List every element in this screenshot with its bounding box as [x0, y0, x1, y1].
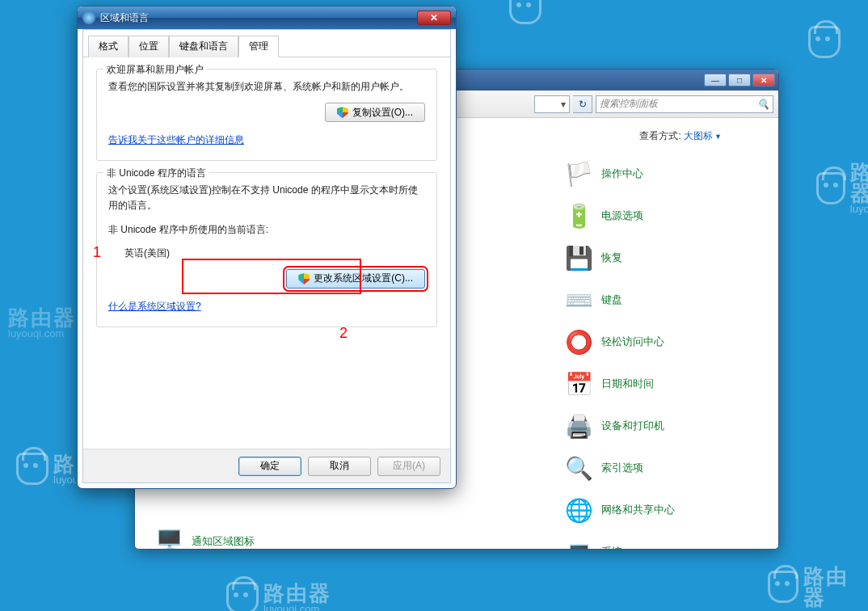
- copy-settings-button[interactable]: 复制设置(O)...: [325, 103, 425, 122]
- items-column-3: 🏳️操作中心 🔋电源选项 💾恢复 ⌨️键盘 ⭕轻松访问中心 📅日期和时间 🖨️设…: [561, 153, 754, 549]
- welcome-screen-group: 欢迎屏幕和新用户帐户 查看您的国际设置并将其复制到欢迎屏幕、系统帐户和新的用户帐…: [96, 69, 437, 161]
- item-recovery[interactable]: 💾恢复: [561, 237, 754, 279]
- globe-icon: [82, 11, 95, 24]
- recovery-icon: 💾: [564, 243, 593, 272]
- dialog-body: 格式 位置 键盘和语言 管理 欢迎屏幕和新用户帐户 查看您的国际设置并将其复制到…: [82, 29, 451, 483]
- what-is-locale-link[interactable]: 什么是系统区域设置?: [108, 301, 201, 312]
- dialog-title: 区域和语言: [100, 11, 417, 25]
- close-button[interactable]: ✕: [752, 74, 775, 86]
- tab-content: 欢迎屏幕和新用户帐户 查看您的国际设置并将其复制到欢迎屏幕、系统帐户和新的用户帐…: [83, 57, 450, 350]
- dialog-close-button[interactable]: ✕: [417, 11, 451, 25]
- keyboard-icon: ⌨️: [564, 285, 593, 314]
- item-keyboard[interactable]: ⌨️键盘: [561, 279, 754, 321]
- ease-icon: ⭕: [564, 327, 593, 356]
- item-network-sharing[interactable]: 🌐网络和共享中心: [561, 489, 754, 531]
- group-title: 非 Unicode 程序的语言: [103, 166, 209, 180]
- region-language-dialog: 区域和语言 ✕ 格式 位置 键盘和语言 管理 欢迎屏幕和新用户帐户 查看您的国际…: [77, 6, 457, 489]
- tab-keyboards-languages[interactable]: 键盘和语言: [169, 36, 238, 57]
- item-system[interactable]: 💻系统: [561, 531, 754, 549]
- flag-icon: 🏳️: [564, 159, 593, 188]
- view-mode-link[interactable]: 大图标▼: [684, 130, 722, 141]
- calendar-icon: 📅: [564, 369, 593, 398]
- tab-location[interactable]: 位置: [129, 36, 169, 57]
- refresh-button[interactable]: ↻: [573, 95, 592, 113]
- item-ease-of-access[interactable]: ⭕轻松访问中心: [561, 321, 754, 363]
- current-language-value: 英语(美国): [108, 246, 425, 261]
- group-description: 这个设置(系统区域设置)控制在不支持 Unicode 的程序中显示文本时所使用的…: [108, 183, 425, 213]
- battery-icon: 🔋: [564, 201, 593, 230]
- dialog-footer: 确定 取消 应用(A): [83, 449, 450, 482]
- ok-button[interactable]: 确定: [238, 457, 301, 476]
- tab-administrative[interactable]: 管理: [238, 36, 279, 57]
- maximize-button[interactable]: □: [728, 74, 751, 86]
- group-title: 欢迎屏幕和新用户帐户: [103, 63, 207, 77]
- shield-icon: [337, 107, 348, 118]
- cancel-button[interactable]: 取消: [308, 457, 371, 476]
- item-action-center[interactable]: 🏳️操作中心: [561, 153, 754, 195]
- non-unicode-group: 非 Unicode 程序的语言 这个设置(系统区域设置)控制在不支持 Unico…: [96, 172, 437, 327]
- view-label: 查看方式:: [639, 130, 680, 141]
- item-devices-printers[interactable]: 🖨️设备和打印机: [561, 405, 754, 447]
- search-icon: 🔍: [757, 99, 769, 110]
- system-icon: 💻: [564, 537, 593, 549]
- dialog-titlebar[interactable]: 区域和语言 ✕: [78, 6, 456, 29]
- items-column-1: 🖥️通知区域图标 📍位置和其他传感器: [151, 520, 337, 549]
- tab-format[interactable]: 格式: [88, 36, 129, 57]
- printer-icon: 🖨️: [564, 411, 593, 440]
- item-indexing[interactable]: 🔍索引选项: [561, 447, 754, 489]
- account-info-link[interactable]: 告诉我关于这些帐户的详细信息: [108, 134, 244, 145]
- tab-bar: 格式 位置 键盘和语言 管理: [83, 30, 450, 57]
- tray-icon: 🖥️: [154, 527, 183, 549]
- network-icon: 🌐: [564, 495, 593, 525]
- shield-icon: [298, 273, 310, 284]
- group-description: 查看您的国际设置并将其复制到欢迎屏幕、系统帐户和新的用户帐户。: [108, 79, 425, 95]
- current-language-label: 非 Unicode 程序中所使用的当前语言:: [108, 222, 425, 238]
- change-system-locale-button[interactable]: 更改系统区域设置(C)...: [286, 269, 425, 289]
- item-power-options[interactable]: 🔋电源选项: [561, 195, 754, 237]
- address-dropdown[interactable]: ▾: [534, 95, 570, 113]
- minimize-button[interactable]: —: [704, 74, 727, 86]
- item-notification-icons[interactable]: 🖥️通知区域图标: [151, 520, 337, 549]
- search-icon: 🔍: [564, 453, 593, 482]
- search-input[interactable]: 搜索控制面板🔍: [596, 95, 773, 113]
- apply-button[interactable]: 应用(A): [377, 457, 440, 476]
- item-date-time[interactable]: 📅日期和时间: [561, 363, 754, 405]
